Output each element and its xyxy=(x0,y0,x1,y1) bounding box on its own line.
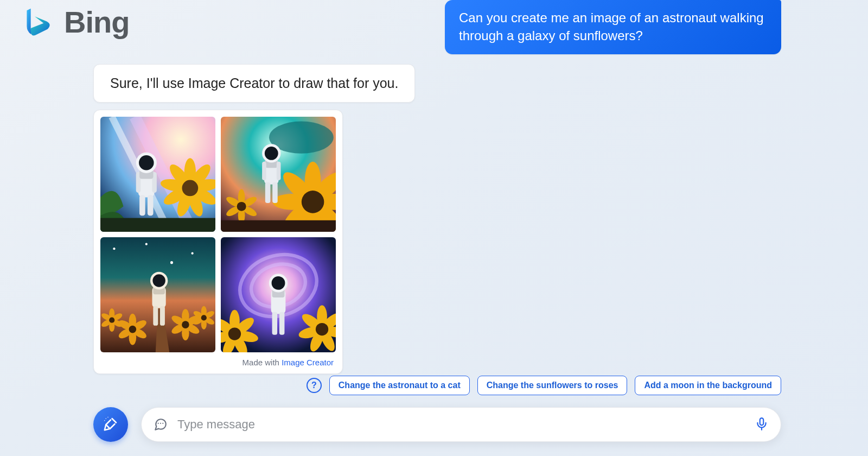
microphone-icon xyxy=(755,417,769,433)
composer-area xyxy=(93,407,781,442)
svg-point-38 xyxy=(237,202,246,211)
suggestion-chip-3[interactable]: Add a moon in the background xyxy=(635,376,781,395)
user-message-bubble: Can you create me an image of an astrona… xyxy=(445,0,781,54)
svg-rect-15 xyxy=(139,195,145,216)
generated-image-2[interactable] xyxy=(221,117,336,232)
svg-rect-42 xyxy=(277,162,281,180)
svg-point-51 xyxy=(191,252,193,255)
svg-rect-43 xyxy=(265,182,271,203)
svg-point-31 xyxy=(302,191,324,213)
svg-point-73 xyxy=(182,321,189,328)
image-results-grid xyxy=(100,117,336,352)
svg-point-66 xyxy=(129,326,137,333)
help-icon: ? xyxy=(311,381,317,390)
svg-point-49 xyxy=(113,248,115,250)
svg-rect-20 xyxy=(100,218,215,232)
svg-point-112 xyxy=(106,418,107,419)
svg-point-86 xyxy=(152,274,165,287)
svg-rect-109 xyxy=(279,312,285,335)
suggestion-chip-2[interactable]: Change the sunflowers to roses xyxy=(477,376,628,395)
svg-point-111 xyxy=(272,276,285,290)
user-message-text: Can you create me an image of an astrona… xyxy=(459,10,764,43)
suggestion-chip-1[interactable]: Change the astronaut to a cat xyxy=(329,376,470,395)
svg-point-105 xyxy=(316,323,328,335)
caption-prefix: Made with xyxy=(242,358,282,367)
microphone-button[interactable] xyxy=(755,417,769,433)
suggestion-row: ? Change the astronaut to a cat Change t… xyxy=(307,376,781,395)
bot-reply-bubble: Sure, I'll use Image Creator to draw tha… xyxy=(93,64,415,103)
svg-point-46 xyxy=(265,147,278,160)
chat-icon xyxy=(154,417,168,432)
help-button[interactable]: ? xyxy=(307,378,322,393)
message-composer xyxy=(141,407,781,442)
svg-rect-84 xyxy=(160,306,165,326)
svg-point-50 xyxy=(145,243,148,245)
svg-point-97 xyxy=(228,327,241,340)
svg-point-59 xyxy=(109,318,114,323)
image-card-caption: Made with Image Creator xyxy=(100,352,336,369)
svg-point-113 xyxy=(107,416,108,417)
brand-name: Bing xyxy=(64,4,129,40)
broom-sparkle-icon xyxy=(103,416,119,434)
message-input[interactable] xyxy=(177,417,745,432)
new-topic-button[interactable] xyxy=(93,407,128,442)
svg-rect-16 xyxy=(148,195,154,216)
svg-rect-118 xyxy=(760,418,764,425)
svg-rect-83 xyxy=(153,306,158,326)
brand-logo: Bing xyxy=(24,4,129,40)
svg-rect-108 xyxy=(272,312,278,335)
svg-rect-44 xyxy=(272,182,278,203)
svg-point-80 xyxy=(201,315,207,320)
svg-rect-41 xyxy=(262,162,266,180)
svg-point-52 xyxy=(170,261,173,264)
bot-reply-text: Sure, I'll use Image Creator to draw tha… xyxy=(110,75,398,91)
svg-point-114 xyxy=(104,420,105,421)
bing-logo-icon xyxy=(24,7,55,38)
generated-image-3[interactable] xyxy=(100,237,215,352)
image-creator-link[interactable]: Image Creator xyxy=(282,358,334,367)
svg-rect-47 xyxy=(221,220,336,232)
generated-image-1[interactable] xyxy=(100,117,215,232)
image-results-card: Made with Image Creator xyxy=(93,110,343,374)
svg-point-11 xyxy=(182,180,199,197)
generated-image-4[interactable] xyxy=(221,237,336,352)
svg-point-19 xyxy=(139,155,154,170)
